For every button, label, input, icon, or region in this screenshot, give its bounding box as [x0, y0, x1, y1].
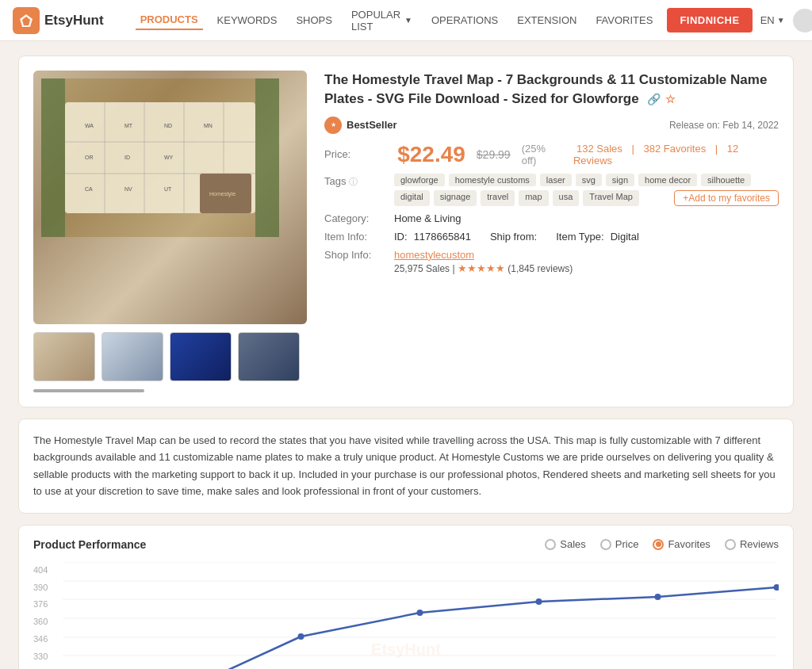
svg-text:ID: ID — [124, 155, 130, 160]
y-label-360: 360 — [33, 617, 61, 626]
price-original: $29.99 — [477, 148, 511, 161]
bestseller-avatar-icon: ★ — [324, 117, 342, 134]
tag-svg[interactable]: svg — [576, 174, 602, 186]
image-scroll-bar[interactable] — [33, 389, 144, 392]
nav-shops[interactable]: SHOPS — [291, 11, 337, 29]
logo[interactable]: EtsyHunt — [13, 7, 104, 34]
tag-travel[interactable]: travel — [481, 190, 515, 206]
tag-signage[interactable]: signage — [434, 190, 477, 206]
image-placeholder: WA MT ND MN OR ID WY CA NV UT CO — [33, 71, 307, 324]
nav-popular-list[interactable]: POPULAR LIST ▼ — [347, 6, 417, 36]
tag-sign[interactable]: sign — [606, 174, 634, 186]
logo-icon — [13, 7, 40, 34]
nav-extension[interactable]: EXTENSION — [512, 11, 581, 29]
thumbnail-1[interactable] — [33, 332, 95, 381]
svg-text:OR: OR — [85, 155, 94, 160]
category-label: Category: — [324, 212, 388, 224]
radio-sales[interactable]: Sales — [545, 538, 586, 550]
radio-circle-price — [600, 539, 611, 550]
tag-homestyle[interactable]: homestyle customs — [449, 174, 536, 186]
thumbnail-2[interactable] — [102, 332, 163, 381]
tags-row: Tags ⓘ glowforge homestyle customs laser… — [324, 174, 779, 206]
item-id-value: 1178665841 — [414, 231, 471, 243]
svg-rect-21 — [41, 78, 65, 237]
product-title: The Homestyle Travel Map - 7 Backgrounds… — [324, 71, 779, 109]
info-icon[interactable]: ⓘ — [349, 177, 358, 186]
svg-point-38 — [536, 598, 542, 605]
link-icon[interactable]: 🔗 — [647, 92, 661, 108]
item-id-label: ID: — [394, 231, 408, 243]
tag-laser[interactable]: laser — [540, 174, 572, 186]
price-discount: (25% off) — [522, 143, 562, 166]
thumbnail-3[interactable] — [170, 332, 232, 381]
svg-text:MT: MT — [124, 123, 133, 128]
tag-travel-map[interactable]: Travel Map — [583, 190, 639, 206]
svg-text:UT: UT — [164, 186, 172, 192]
shop-stars: ★★★★★ — [458, 262, 505, 274]
svg-point-39 — [655, 594, 661, 600]
svg-point-37 — [417, 610, 423, 616]
thumbnail-4[interactable] — [238, 332, 300, 381]
shop-stats: 25,975 Sales | ★★★★★ (1,845 reviews) — [394, 262, 573, 274]
svg-text:MN: MN — [204, 123, 213, 128]
thumbnail-row — [33, 332, 307, 381]
chevron-down-icon: ▼ — [404, 16, 412, 25]
bestseller-badge: ★ BestSeller — [324, 117, 397, 134]
chart-svg-container: Feb 23 Feb 24 Feb 25 Feb 26 Feb 27 Feb 2… — [61, 562, 779, 669]
nav-favorites[interactable]: FAVORITES — [591, 11, 657, 29]
shop-sales: 25,975 Sales — [394, 263, 450, 274]
nav-products[interactable]: PRODUCTS — [136, 10, 203, 30]
findniche-button[interactable]: FINDNICHE — [667, 8, 752, 32]
y-axis: 404 390 376 360 346 330 314 300 279 — [33, 562, 61, 669]
navbar: EtsyHunt PRODUCTS KEYWORDS SHOPS POPULAR… — [0, 0, 812, 41]
tag-digital[interactable]: digital — [394, 190, 430, 206]
svg-text:ND: ND — [164, 123, 172, 128]
main-product-image[interactable]: WA MT ND MN OR ID WY CA NV UT CO — [33, 71, 307, 324]
item-info-label: Item Info: — [324, 231, 388, 243]
separator-2: | — [715, 143, 721, 155]
radio-circle-reviews — [725, 539, 736, 550]
nav-keywords[interactable]: KEYWORDS — [213, 11, 282, 29]
map-svg: WA MT ND MN OR ID WY CA NV UT CO — [41, 78, 279, 237]
bestseller-row: ★ BestSeller Release on: Feb 14, 2022 — [324, 117, 779, 134]
category-value: Home & Living — [394, 212, 462, 224]
svg-text:CA: CA — [85, 186, 93, 192]
description-section: The Homestyle Travel Map can be used to … — [18, 419, 794, 514]
y-label-390: 390 — [33, 583, 61, 592]
radio-group: Sales Price Favorites Reviews — [545, 538, 779, 550]
avatar[interactable] — [793, 9, 812, 32]
tag-glowforge[interactable]: glowforge — [394, 174, 445, 186]
item-type-label: Item Type: — [556, 231, 603, 243]
tag-silhouette[interactable]: silhouette — [701, 174, 751, 186]
svg-rect-22 — [255, 78, 279, 237]
y-label-404: 404 — [33, 565, 61, 575]
star-icon[interactable]: ☆ — [665, 92, 676, 108]
radio-circle-sales — [545, 539, 556, 550]
chart-area: EtsyHunt 404 390 376 360 346 330 314 300… — [33, 562, 779, 669]
tag-home-decor[interactable]: home decor — [638, 174, 697, 186]
y-label-330: 330 — [33, 652, 61, 661]
radio-price[interactable]: Price — [600, 538, 639, 550]
price-row: Price: $22.49 $29.99 (25% off) 132 Sales… — [324, 142, 779, 167]
product-images: WA MT ND MN OR ID WY CA NV UT CO — [33, 71, 307, 392]
category-row: Category: Home & Living — [324, 212, 779, 224]
svg-text:WA: WA — [85, 123, 94, 128]
shop-info-label: Shop Info: — [324, 249, 388, 261]
release-date: Release on: Feb 14, 2022 — [669, 120, 779, 131]
item-type-value: Digital — [611, 231, 639, 243]
svg-point-40 — [774, 584, 779, 591]
radio-favorites[interactable]: Favorites — [653, 538, 710, 550]
radio-circle-favorites — [653, 539, 664, 550]
performance-header: Product Performance Sales Price Favorite… — [33, 538, 779, 551]
main-content: WA MT ND MN OR ID WY CA NV UT CO — [6, 41, 806, 669]
language-selector[interactable]: EN ▼ — [760, 14, 785, 26]
radio-reviews[interactable]: Reviews — [725, 538, 779, 550]
tag-map[interactable]: map — [519, 190, 548, 206]
add-favorites-button[interactable]: +Add to my favorites — [674, 190, 779, 206]
shop-details: homestylecustom 25,975 Sales | ★★★★★ (1,… — [394, 249, 573, 274]
svg-text:WY: WY — [164, 155, 174, 160]
shop-link[interactable]: homestylecustom — [394, 249, 474, 261]
tag-usa[interactable]: usa — [553, 190, 580, 206]
title-icons: 🔗 ☆ — [647, 92, 676, 108]
nav-operations[interactable]: OPERATIONS — [427, 11, 503, 29]
